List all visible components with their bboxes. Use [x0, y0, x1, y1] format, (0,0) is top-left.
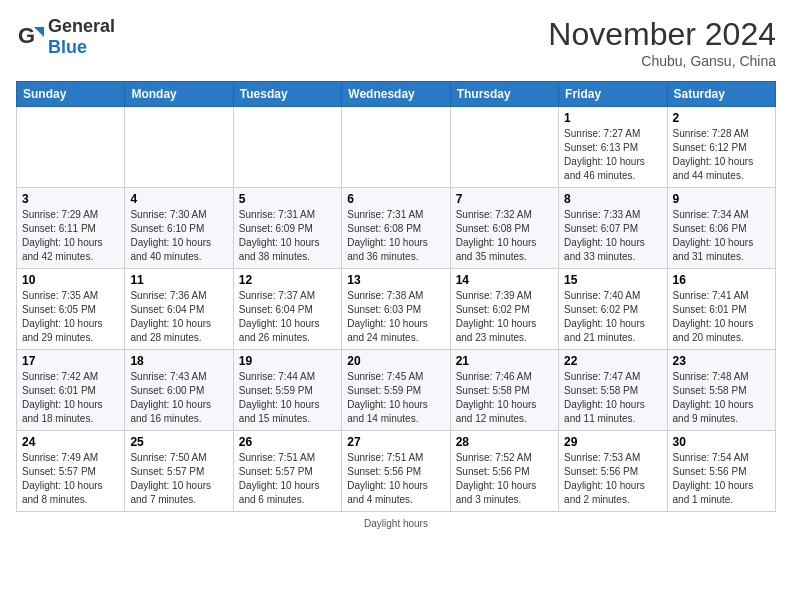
- footer: Daylight hours: [16, 518, 776, 529]
- day-number: 11: [130, 273, 227, 287]
- day-info: Sunrise: 7:49 AM Sunset: 5:57 PM Dayligh…: [22, 451, 119, 507]
- calendar-cell: [450, 107, 558, 188]
- day-number: 28: [456, 435, 553, 449]
- calendar-cell: 1Sunrise: 7:27 AM Sunset: 6:13 PM Daylig…: [559, 107, 667, 188]
- day-info: Sunrise: 7:36 AM Sunset: 6:04 PM Dayligh…: [130, 289, 227, 345]
- day-number: 5: [239, 192, 336, 206]
- calendar-cell: [17, 107, 125, 188]
- calendar-cell: 30Sunrise: 7:54 AM Sunset: 5:56 PM Dayli…: [667, 431, 775, 512]
- calendar-cell: 12Sunrise: 7:37 AM Sunset: 6:04 PM Dayli…: [233, 269, 341, 350]
- calendar-cell: 25Sunrise: 7:50 AM Sunset: 5:57 PM Dayli…: [125, 431, 233, 512]
- calendar-cell: [342, 107, 450, 188]
- weekday-header: Wednesday: [342, 82, 450, 107]
- day-number: 24: [22, 435, 119, 449]
- day-info: Sunrise: 7:39 AM Sunset: 6:02 PM Dayligh…: [456, 289, 553, 345]
- day-info: Sunrise: 7:28 AM Sunset: 6:12 PM Dayligh…: [673, 127, 770, 183]
- calendar-week-row: 24Sunrise: 7:49 AM Sunset: 5:57 PM Dayli…: [17, 431, 776, 512]
- calendar-cell: 20Sunrise: 7:45 AM Sunset: 5:59 PM Dayli…: [342, 350, 450, 431]
- logo-icon: G: [16, 23, 44, 51]
- page-header: G General Blue November 2024 Chubu, Gans…: [16, 16, 776, 69]
- day-number: 17: [22, 354, 119, 368]
- title-block: November 2024 Chubu, Gansu, China: [548, 16, 776, 69]
- day-number: 1: [564, 111, 661, 125]
- calendar-cell: 27Sunrise: 7:51 AM Sunset: 5:56 PM Dayli…: [342, 431, 450, 512]
- weekday-header: Sunday: [17, 82, 125, 107]
- day-info: Sunrise: 7:52 AM Sunset: 5:56 PM Dayligh…: [456, 451, 553, 507]
- calendar-cell: [233, 107, 341, 188]
- calendar-cell: 11Sunrise: 7:36 AM Sunset: 6:04 PM Dayli…: [125, 269, 233, 350]
- logo-general: General: [48, 16, 115, 36]
- logo: G General Blue: [16, 16, 115, 58]
- calendar-week-row: 1Sunrise: 7:27 AM Sunset: 6:13 PM Daylig…: [17, 107, 776, 188]
- day-number: 21: [456, 354, 553, 368]
- weekday-header: Tuesday: [233, 82, 341, 107]
- calendar-cell: 14Sunrise: 7:39 AM Sunset: 6:02 PM Dayli…: [450, 269, 558, 350]
- day-number: 16: [673, 273, 770, 287]
- calendar-cell: 2Sunrise: 7:28 AM Sunset: 6:12 PM Daylig…: [667, 107, 775, 188]
- calendar-cell: 8Sunrise: 7:33 AM Sunset: 6:07 PM Daylig…: [559, 188, 667, 269]
- day-info: Sunrise: 7:30 AM Sunset: 6:10 PM Dayligh…: [130, 208, 227, 264]
- month-title: November 2024: [548, 16, 776, 53]
- calendar-cell: 19Sunrise: 7:44 AM Sunset: 5:59 PM Dayli…: [233, 350, 341, 431]
- day-number: 29: [564, 435, 661, 449]
- day-number: 2: [673, 111, 770, 125]
- day-info: Sunrise: 7:43 AM Sunset: 6:00 PM Dayligh…: [130, 370, 227, 426]
- location-subtitle: Chubu, Gansu, China: [548, 53, 776, 69]
- day-info: Sunrise: 7:42 AM Sunset: 6:01 PM Dayligh…: [22, 370, 119, 426]
- calendar-cell: 29Sunrise: 7:53 AM Sunset: 5:56 PM Dayli…: [559, 431, 667, 512]
- calendar-cell: 4Sunrise: 7:30 AM Sunset: 6:10 PM Daylig…: [125, 188, 233, 269]
- day-number: 30: [673, 435, 770, 449]
- calendar-cell: 16Sunrise: 7:41 AM Sunset: 6:01 PM Dayli…: [667, 269, 775, 350]
- calendar-cell: 18Sunrise: 7:43 AM Sunset: 6:00 PM Dayli…: [125, 350, 233, 431]
- svg-text:G: G: [18, 23, 35, 48]
- day-info: Sunrise: 7:33 AM Sunset: 6:07 PM Dayligh…: [564, 208, 661, 264]
- day-number: 23: [673, 354, 770, 368]
- day-number: 18: [130, 354, 227, 368]
- day-info: Sunrise: 7:34 AM Sunset: 6:06 PM Dayligh…: [673, 208, 770, 264]
- day-number: 12: [239, 273, 336, 287]
- day-number: 4: [130, 192, 227, 206]
- day-number: 8: [564, 192, 661, 206]
- day-info: Sunrise: 7:54 AM Sunset: 5:56 PM Dayligh…: [673, 451, 770, 507]
- day-number: 10: [22, 273, 119, 287]
- calendar-week-row: 17Sunrise: 7:42 AM Sunset: 6:01 PM Dayli…: [17, 350, 776, 431]
- day-info: Sunrise: 7:40 AM Sunset: 6:02 PM Dayligh…: [564, 289, 661, 345]
- calendar-cell: 15Sunrise: 7:40 AM Sunset: 6:02 PM Dayli…: [559, 269, 667, 350]
- calendar-cell: 23Sunrise: 7:48 AM Sunset: 5:58 PM Dayli…: [667, 350, 775, 431]
- day-number: 19: [239, 354, 336, 368]
- calendar-week-row: 3Sunrise: 7:29 AM Sunset: 6:11 PM Daylig…: [17, 188, 776, 269]
- day-number: 22: [564, 354, 661, 368]
- day-number: 27: [347, 435, 444, 449]
- day-info: Sunrise: 7:48 AM Sunset: 5:58 PM Dayligh…: [673, 370, 770, 426]
- calendar-cell: 3Sunrise: 7:29 AM Sunset: 6:11 PM Daylig…: [17, 188, 125, 269]
- day-info: Sunrise: 7:38 AM Sunset: 6:03 PM Dayligh…: [347, 289, 444, 345]
- weekday-header: Monday: [125, 82, 233, 107]
- calendar-cell: 9Sunrise: 7:34 AM Sunset: 6:06 PM Daylig…: [667, 188, 775, 269]
- day-info: Sunrise: 7:53 AM Sunset: 5:56 PM Dayligh…: [564, 451, 661, 507]
- day-info: Sunrise: 7:45 AM Sunset: 5:59 PM Dayligh…: [347, 370, 444, 426]
- day-number: 25: [130, 435, 227, 449]
- weekday-header: Saturday: [667, 82, 775, 107]
- day-info: Sunrise: 7:51 AM Sunset: 5:57 PM Dayligh…: [239, 451, 336, 507]
- day-info: Sunrise: 7:27 AM Sunset: 6:13 PM Dayligh…: [564, 127, 661, 183]
- svg-marker-1: [34, 27, 44, 37]
- calendar-cell: 22Sunrise: 7:47 AM Sunset: 5:58 PM Dayli…: [559, 350, 667, 431]
- calendar-cell: 24Sunrise: 7:49 AM Sunset: 5:57 PM Dayli…: [17, 431, 125, 512]
- day-number: 20: [347, 354, 444, 368]
- calendar-cell: 7Sunrise: 7:32 AM Sunset: 6:08 PM Daylig…: [450, 188, 558, 269]
- day-number: 7: [456, 192, 553, 206]
- day-number: 6: [347, 192, 444, 206]
- day-info: Sunrise: 7:29 AM Sunset: 6:11 PM Dayligh…: [22, 208, 119, 264]
- day-number: 14: [456, 273, 553, 287]
- day-info: Sunrise: 7:35 AM Sunset: 6:05 PM Dayligh…: [22, 289, 119, 345]
- day-number: 13: [347, 273, 444, 287]
- calendar-table: SundayMondayTuesdayWednesdayThursdayFrid…: [16, 81, 776, 512]
- day-info: Sunrise: 7:47 AM Sunset: 5:58 PM Dayligh…: [564, 370, 661, 426]
- logo-blue: Blue: [48, 37, 87, 57]
- day-info: Sunrise: 7:44 AM Sunset: 5:59 PM Dayligh…: [239, 370, 336, 426]
- day-info: Sunrise: 7:50 AM Sunset: 5:57 PM Dayligh…: [130, 451, 227, 507]
- calendar-cell: 28Sunrise: 7:52 AM Sunset: 5:56 PM Dayli…: [450, 431, 558, 512]
- weekday-header-row: SundayMondayTuesdayWednesdayThursdayFrid…: [17, 82, 776, 107]
- calendar-cell: 17Sunrise: 7:42 AM Sunset: 6:01 PM Dayli…: [17, 350, 125, 431]
- day-number: 26: [239, 435, 336, 449]
